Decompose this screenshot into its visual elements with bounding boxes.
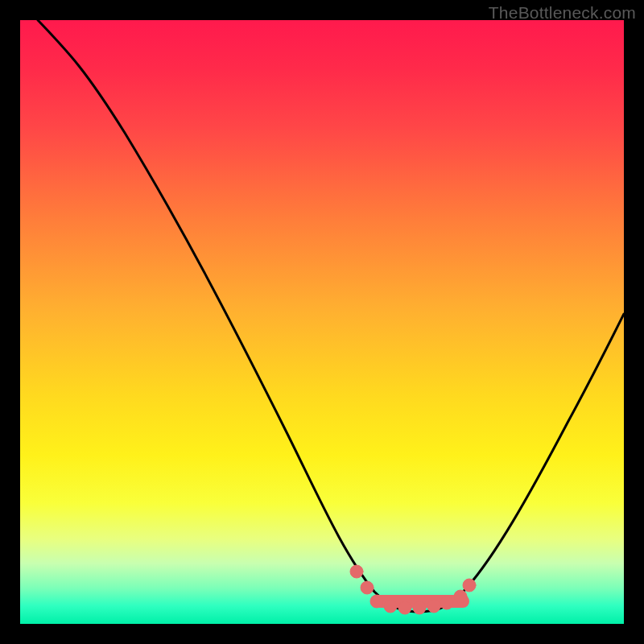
svg-point-3 [384, 600, 397, 613]
svg-point-4 [398, 601, 411, 614]
chart-svg [20, 20, 624, 624]
highlight-band [350, 565, 476, 614]
svg-point-6 [427, 600, 440, 613]
svg-point-7 [440, 597, 453, 609]
bottleneck-curve [38, 20, 624, 612]
svg-point-2 [370, 595, 383, 608]
svg-point-1 [361, 581, 374, 594]
svg-point-5 [413, 601, 426, 614]
svg-point-9 [463, 579, 476, 592]
watermark-text: TheBottleneck.com [489, 3, 636, 23]
chart-frame: TheBottleneck.com [0, 0, 644, 644]
chart-plot-area [20, 20, 624, 624]
svg-point-8 [454, 590, 467, 603]
svg-point-0 [350, 565, 363, 578]
